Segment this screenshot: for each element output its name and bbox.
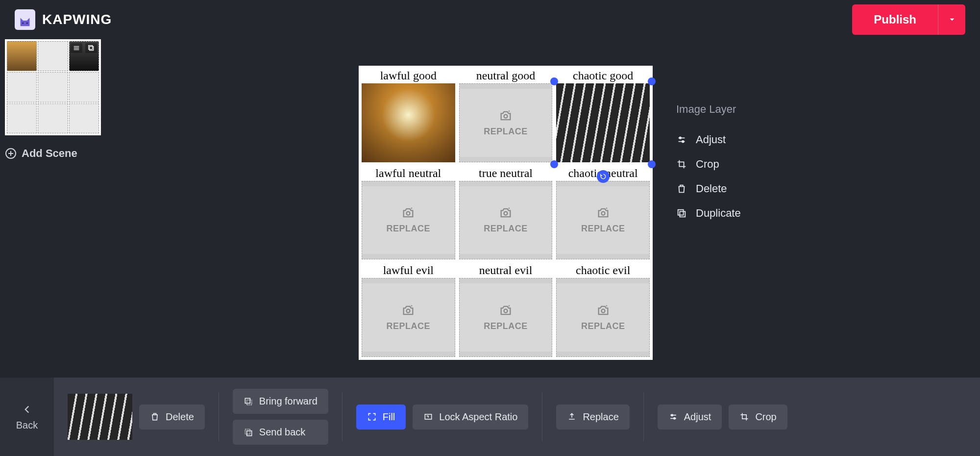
panel-item-delete[interactable]: Delete: [676, 177, 823, 201]
panel-item-label: Crop: [696, 158, 719, 171]
panel-item-crop[interactable]: Crop: [676, 152, 823, 177]
bottom-toolbar: Back Delete Bring forward Send back Fill: [0, 378, 980, 456]
alignment-label: chaotic neutral: [556, 166, 650, 181]
trash-icon: [676, 183, 687, 194]
camera-icon: [499, 304, 513, 317]
alignment-cell[interactable]: chaotic evilREPLACE: [556, 263, 650, 357]
svg-point-8: [601, 212, 605, 215]
alignment-grid: lawful goodneutral goodREPLACEchaotic go…: [362, 69, 650, 357]
expand-icon: [367, 412, 377, 422]
adjust-icon: [676, 134, 687, 145]
alignment-label: lawful good: [362, 69, 455, 83]
menu-icon: [73, 44, 80, 52]
add-scene-button[interactable]: Add Scene: [5, 147, 108, 160]
replace-text: REPLACE: [484, 321, 528, 331]
replace-placeholder[interactable]: REPLACE: [556, 181, 650, 260]
svg-point-12: [679, 137, 681, 139]
camera-icon: [401, 304, 415, 317]
replace-text: REPLACE: [484, 224, 528, 234]
publish-dropdown-button[interactable]: [938, 4, 965, 35]
aspect-ratio-icon: [423, 412, 433, 422]
alignment-cell[interactable]: lawful neutralREPLACE: [362, 166, 455, 260]
replace-placeholder[interactable]: REPLACE: [459, 278, 553, 357]
adjust-button[interactable]: Adjust: [658, 405, 722, 430]
camera-icon: [596, 206, 610, 220]
svg-point-6: [407, 212, 410, 215]
duplicate-icon: [676, 208, 687, 219]
scene-thumb-controls: [71, 43, 97, 53]
send-back-button[interactable]: Send back: [233, 420, 328, 445]
svg-rect-0: [22, 23, 24, 24]
chevron-down-icon: [948, 15, 956, 24]
replace-placeholder[interactable]: REPLACE: [362, 181, 455, 260]
back-button[interactable]: Back: [0, 378, 54, 456]
alignment-cell[interactable]: chaotic good: [556, 69, 650, 162]
alignment-cell[interactable]: neutral goodREPLACE: [459, 69, 553, 162]
svg-point-13: [682, 141, 684, 143]
panel-item-adjust[interactable]: Adjust: [676, 127, 823, 152]
replace-placeholder[interactable]: REPLACE: [362, 278, 455, 357]
trash-icon: [150, 412, 160, 422]
replace-text: REPLACE: [387, 224, 431, 234]
camera-icon: [499, 206, 513, 220]
selected-layer-thumbnail[interactable]: [68, 394, 132, 440]
scene-menu-button[interactable]: [71, 43, 82, 53]
panel-item-label: Duplicate: [696, 207, 741, 220]
svg-point-10: [504, 309, 507, 313]
send-back-icon: [244, 428, 253, 437]
replace-placeholder[interactable]: REPLACE: [459, 83, 553, 162]
alignment-label: chaotic evil: [556, 263, 650, 278]
fill-button[interactable]: Fill: [356, 405, 406, 430]
bring-forward-icon: [244, 397, 253, 406]
alignment-label: chaotic good: [556, 69, 650, 83]
svg-point-5: [504, 114, 507, 118]
panel-item-label: Adjust: [696, 133, 726, 146]
alignment-label: true neutral: [459, 166, 553, 181]
svg-point-22: [674, 418, 675, 419]
delete-button[interactable]: Delete: [139, 405, 205, 430]
brand-name: KAPWING: [42, 12, 112, 27]
alignment-cell[interactable]: chaotic neutralREPLACE: [556, 166, 650, 260]
adjust-icon: [668, 412, 678, 422]
crop-icon: [739, 412, 749, 422]
svg-point-21: [671, 414, 673, 416]
svg-point-9: [407, 309, 410, 313]
alignment-label: neutral evil: [459, 263, 553, 278]
svg-rect-15: [680, 211, 685, 217]
alignment-cell[interactable]: true neutralREPLACE: [459, 166, 553, 260]
replace-text: REPLACE: [387, 321, 431, 331]
brand: KAPWING: [15, 9, 112, 30]
svg-point-11: [601, 309, 605, 313]
alignment-label: lawful evil: [362, 263, 455, 278]
replace-text: REPLACE: [581, 224, 625, 234]
replace-text: REPLACE: [484, 127, 528, 137]
alignment-image[interactable]: [362, 83, 455, 162]
svg-rect-19: [245, 429, 250, 434]
crop-button[interactable]: Crop: [729, 405, 787, 430]
svg-rect-2: [90, 47, 94, 51]
editor-canvas[interactable]: lawful goodneutral goodREPLACEchaotic go…: [359, 66, 653, 360]
publish-button[interactable]: Publish: [852, 4, 938, 35]
back-label: Back: [16, 420, 38, 431]
svg-point-7: [504, 212, 507, 215]
lock-aspect-button[interactable]: Lock Aspect Ratio: [413, 405, 528, 430]
replace-button[interactable]: Replace: [556, 405, 629, 430]
properties-panel: Image Layer AdjustCropDeleteDuplicate: [676, 103, 823, 226]
replace-text: REPLACE: [581, 321, 625, 331]
scene-thumbnail[interactable]: [5, 39, 101, 135]
scene-duplicate-button[interactable]: [85, 43, 97, 53]
alignment-cell[interactable]: lawful good: [362, 69, 455, 162]
alignment-image[interactable]: [556, 83, 650, 162]
alignment-cell[interactable]: neutral evilREPLACE: [459, 263, 553, 357]
app-header: KAPWING Publish: [0, 0, 980, 39]
camera-icon: [596, 304, 610, 317]
svg-rect-14: [678, 210, 684, 215]
bring-forward-button[interactable]: Bring forward: [233, 389, 328, 414]
publish-group: Publish: [852, 4, 965, 35]
add-scene-label: Add Scene: [22, 147, 77, 160]
plus-circle-icon: [5, 148, 17, 159]
replace-placeholder[interactable]: REPLACE: [556, 278, 650, 357]
alignment-cell[interactable]: lawful evilREPLACE: [362, 263, 455, 357]
panel-item-duplicate[interactable]: Duplicate: [676, 201, 823, 226]
replace-placeholder[interactable]: REPLACE: [459, 181, 553, 260]
